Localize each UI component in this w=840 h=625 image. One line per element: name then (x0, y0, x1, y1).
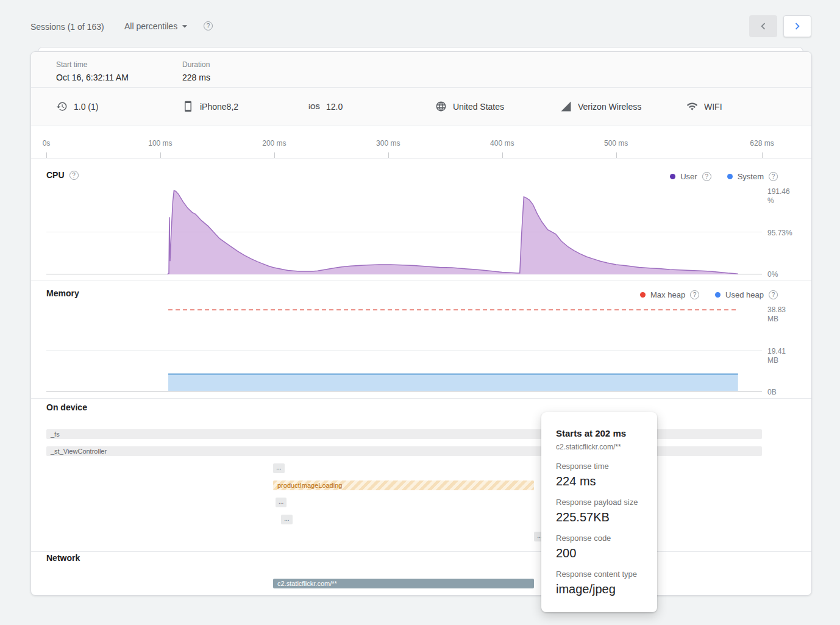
timeline-tick-mark (274, 152, 275, 158)
previous-session-button[interactable] (749, 15, 777, 37)
radio-type-value: WIFI (704, 102, 722, 112)
tooltip-title: Starts at 202 ms (556, 428, 649, 438)
tooltip-field-label: Response payload size (556, 498, 649, 507)
memory-legend-max-heap[interactable]: Max heap (640, 290, 699, 299)
timeline-tick-mark (46, 152, 47, 158)
collapsed-traces-chip[interactable]: ... (273, 463, 285, 473)
trace-stage-bar[interactable]: productImageLoading (273, 480, 534, 490)
help-icon[interactable] (769, 290, 778, 299)
user-legend-label: User (680, 172, 697, 181)
user-series-dot (670, 174, 675, 179)
collapsed-traces-chip[interactable]: ... (276, 498, 287, 507)
carrier-value: Verizon Wireless (578, 102, 641, 112)
globe-icon (435, 101, 447, 112)
collapsed-traces-chip[interactable]: ... (281, 515, 293, 524)
tooltip-field-label: Response content type (556, 570, 649, 579)
percentiles-dropdown[interactable]: All percentiles (124, 20, 191, 32)
os-version-value: 12.0 (326, 102, 343, 112)
tooltip-field-payload-size: Response payload size 225.57KB (556, 498, 649, 524)
cpu-user-series-area (167, 191, 738, 274)
divider (31, 126, 811, 126)
help-icon[interactable] (204, 21, 213, 30)
timeline-tick-label: 0s (43, 139, 51, 148)
session-card: Start time Oct 16, 6:32:11 AM Duration 2… (30, 51, 812, 596)
used-heap-dot (715, 292, 721, 298)
system-legend-label: System (738, 172, 764, 181)
help-icon[interactable] (702, 172, 711, 181)
chevron-right-icon (791, 20, 804, 33)
memory-axis-mid: 19.41 MB (767, 347, 786, 365)
timeline-tick-label: 200 ms (262, 139, 286, 148)
help-icon[interactable] (690, 290, 699, 299)
timeline-tick-label: 100 ms (148, 139, 172, 148)
network-request-bar[interactable]: c2.staticflickr.com/** (273, 579, 534, 588)
timeline-tick-mark (762, 152, 763, 158)
network-request-tooltip: Starts at 202 ms c2.staticflickr.com/** … (541, 412, 657, 612)
divider (31, 551, 811, 552)
next-session-button[interactable] (783, 15, 811, 37)
device-model-attribute: iPhone8,2 (182, 87, 238, 126)
smartphone-icon (182, 101, 194, 112)
timeline-tick-mark (502, 152, 503, 158)
max-heap-dot (640, 292, 646, 298)
tooltip-field-response-code: Response code 200 (556, 534, 649, 560)
tooltip-field-value: 224 ms (556, 474, 649, 488)
chevron-left-icon (756, 20, 770, 33)
start-time-label: Start time (56, 60, 129, 69)
on-device-section-header: On device (46, 402, 87, 412)
cpu-legend-system[interactable]: System (727, 172, 778, 181)
timeline-tick-label: 400 ms (490, 139, 514, 148)
timeline-tick-label: 628 ms (750, 139, 774, 148)
country-attribute: United States (435, 87, 504, 126)
timeline-tick-label: 300 ms (376, 139, 400, 148)
app-version-value: 1.0 (1) (74, 102, 98, 112)
used-heap-band (168, 374, 738, 391)
duration-field: Duration 228 ms (182, 60, 210, 82)
timeline-tick-label: 500 ms (604, 139, 628, 148)
cpu-usage-chart[interactable] (46, 190, 762, 274)
cpu-legend: User System (670, 172, 778, 181)
tooltip-field-value: 225.57KB (556, 510, 649, 524)
memory-chart[interactable] (46, 305, 762, 391)
device-model-value: iPhone8,2 (200, 102, 238, 112)
max-heap-legend-label: Max heap (650, 290, 685, 299)
tooltip-url: c2.staticflickr.com/** (556, 443, 649, 451)
tooltip-field-label: Response code (556, 534, 649, 543)
network-section-title: Network (46, 553, 80, 563)
cpu-axis-zero: 0% (767, 270, 778, 279)
memory-axis-zero: 0B (767, 388, 777, 397)
timeline-tick-mark (388, 152, 389, 158)
on-device-section-title: On device (46, 402, 87, 412)
timeline-ruler: 0s100 ms200 ms300 ms400 ms500 ms628 ms (46, 126, 762, 158)
memory-axis-max-unit: MB (767, 315, 786, 324)
dropdown-arrow-icon (179, 20, 191, 32)
help-icon[interactable] (69, 171, 79, 180)
memory-legend-used-heap[interactable]: Used heap (715, 290, 778, 299)
divider (31, 398, 811, 399)
cpu-axis-max-value: 191.46 (767, 187, 790, 196)
cpu-legend-user[interactable]: User (670, 172, 711, 181)
duration-value: 228 ms (182, 73, 210, 82)
os-version-attribute: iOS 12.0 (308, 87, 343, 126)
radio-type-attribute: WIFI (686, 87, 722, 126)
start-time-value: Oct 16, 6:32:11 AM (56, 73, 129, 82)
memory-section-header: Memory (46, 288, 79, 298)
tooltip-field-label: Response time (556, 462, 649, 471)
percentiles-dropdown-label: All percentiles (124, 21, 177, 31)
memory-axis-max: 38.83 MB (767, 305, 786, 324)
memory-axis-max-value: 38.83 (767, 305, 786, 315)
used-heap-legend-label: Used heap (725, 290, 764, 299)
timeline-tick-mark (160, 152, 161, 158)
divider (31, 87, 811, 88)
help-icon[interactable] (769, 172, 778, 181)
tooltip-field-response-time: Response time 224 ms (556, 462, 649, 488)
sessions-count-label: Sessions (1 of 163) (30, 22, 104, 32)
cpu-axis-max-unit: % (767, 196, 790, 205)
cpu-section-header: CPU (46, 170, 79, 180)
firebase-performance-session-page: Sessions (1 of 163) All percentiles Star… (0, 0, 840, 625)
carrier-attribute: Verizon Wireless (560, 87, 641, 126)
network-section-header: Network (46, 553, 80, 563)
app-version-history-icon (56, 101, 68, 112)
memory-axis-mid-unit: MB (767, 356, 786, 365)
divider (31, 280, 811, 280)
